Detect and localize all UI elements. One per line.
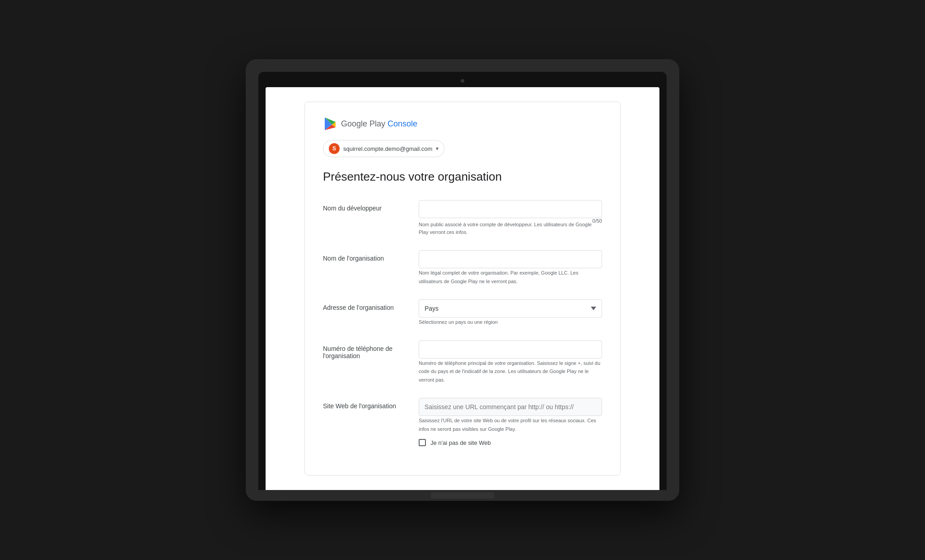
org-name-field-group: Nom légal complet de votre organisation.…: [419, 250, 602, 285]
org-phone-field-group: Numéro de téléphone principal de votre o…: [419, 341, 602, 384]
laptop-base: [258, 490, 667, 501]
screen-content: Google Play Console S squirrel.compte.de…: [266, 87, 659, 490]
google-play-logo-icon: [323, 117, 337, 131]
org-name-row: Nom de l'organisation Nom légal complet …: [323, 250, 602, 285]
country-select[interactable]: Pays: [419, 299, 602, 317]
screen-bezel: Google Play Console S squirrel.compte.de…: [258, 72, 667, 490]
org-website-row: Site Web de l'organisation Saisissez l'U…: [323, 398, 602, 446]
developer-name-char-count: 0/50: [593, 218, 602, 224]
no-website-row: Je n'ai pas de site Web: [419, 439, 602, 446]
org-phone-label: Numéro de téléphone de l'organisation: [323, 341, 404, 359]
account-selector[interactable]: S squirrel.compte.demo@gmail.com ▾: [323, 140, 444, 157]
org-phone-row: Numéro de téléphone de l'organisation Nu…: [323, 341, 602, 384]
chevron-down-icon: ▾: [436, 145, 439, 152]
developer-name-hint: Nom public associé à votre compte de dév…: [419, 221, 593, 236]
developer-name-field-group: Nom public associé à votre compte de dév…: [419, 200, 602, 236]
org-address-hint: Sélectionnez un pays ou une région: [419, 319, 498, 325]
page-title: Présentez-nous votre organisation: [323, 170, 602, 184]
org-address-field-group: Pays Sélectionnez un pays ou une région: [419, 299, 602, 326]
logo-text: Google Play Console: [341, 119, 417, 129]
org-name-hint: Nom légal complet de votre organisation.…: [419, 270, 578, 284]
org-website-hint: Saisissez l'URL de votre site Web ou de …: [419, 418, 596, 432]
laptop-frame: Google Play Console S squirrel.compte.de…: [246, 59, 679, 501]
logo-header: Google Play Console: [323, 117, 602, 131]
avatar: S: [329, 143, 340, 154]
no-website-checkbox[interactable]: [419, 439, 426, 446]
account-email: squirrel.compte.demo@gmail.com: [343, 145, 432, 152]
org-address-label: Adresse de l'organisation: [323, 299, 404, 311]
org-website-field-group: Saisissez l'URL de votre site Web ou de …: [419, 398, 602, 446]
no-website-label: Je n'ai pas de site Web: [430, 439, 491, 446]
developer-name-label: Nom du développeur: [323, 200, 404, 212]
org-name-label: Nom de l'organisation: [323, 250, 404, 262]
org-website-label: Site Web de l'organisation: [323, 398, 404, 410]
org-address-row: Adresse de l'organisation Pays Sélection…: [323, 299, 602, 326]
camera-dot: [461, 79, 464, 83]
org-phone-input[interactable]: [419, 341, 602, 359]
org-phone-hint: Numéro de téléphone principal de votre o…: [419, 360, 600, 383]
org-website-input[interactable]: [419, 398, 602, 416]
developer-name-row: Nom du développeur Nom public associé à …: [323, 200, 602, 236]
developer-name-input[interactable]: [419, 200, 602, 218]
form-card: Google Play Console S squirrel.compte.de…: [304, 102, 621, 476]
trackpad: [431, 492, 494, 499]
org-name-input[interactable]: [419, 250, 602, 268]
